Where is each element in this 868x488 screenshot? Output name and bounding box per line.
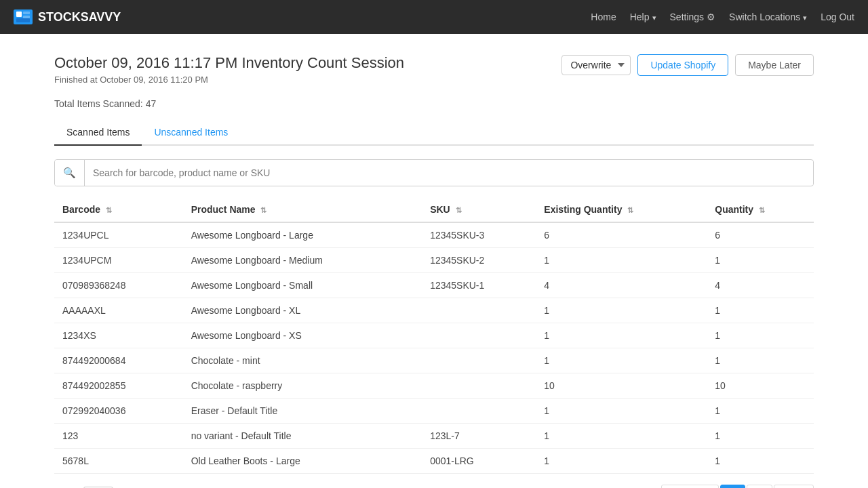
cell-quantity: 1 <box>707 298 814 323</box>
sort-product-name-icon: ⇅ <box>260 206 267 215</box>
tab-unscanned-items[interactable]: Unscanned Items <box>142 120 240 146</box>
sort-existing-qty-icon: ⇅ <box>627 206 633 215</box>
table-row: 072992040036Eraser - Default Title11 <box>54 399 814 424</box>
cell-barcode: 123 <box>54 424 183 449</box>
search-icon: 🔍 <box>63 167 76 178</box>
scanned-items-table: Barcode ⇅ Product Name ⇅ SKU ⇅ Existing … <box>54 197 814 474</box>
help-caret <box>652 12 656 22</box>
sort-quantity-icon: ⇅ <box>759 206 765 215</box>
cell-product_name: Chocolate - mint <box>183 348 422 373</box>
cell-existing_qty: 1 <box>536 424 707 449</box>
svg-rect-2 <box>23 16 30 18</box>
table-body: 1234UPCLAwesome Longboard - Large12345SK… <box>54 222 814 474</box>
update-shopify-button[interactable]: Update Shopify <box>637 54 728 76</box>
cell-product_name: Awesome Longboard - Large <box>183 222 422 248</box>
svg-rect-3 <box>16 18 30 22</box>
cell-sku <box>422 348 536 373</box>
cell-product_name: Awesome Longboard - XL <box>183 298 422 323</box>
cell-barcode: 1234UPCM <box>54 248 183 273</box>
nav-settings[interactable]: Settings <box>670 12 716 22</box>
nav-logout[interactable]: Log Out <box>821 12 854 22</box>
page-1-button[interactable]: 1 <box>720 485 746 488</box>
header-actions: Overwrite Merge Update Shopify Maybe Lat… <box>561 54 814 76</box>
cell-quantity: 10 <box>707 373 814 399</box>
cell-existing_qty: 4 <box>536 273 707 298</box>
page-header: October 09, 2016 11:17 PM Inventory Coun… <box>54 54 814 85</box>
search-input[interactable] <box>85 161 813 185</box>
tab-scanned-items[interactable]: Scanned Items <box>54 120 142 146</box>
table-row: 874492000684Chocolate - mint11 <box>54 348 814 373</box>
cell-quantity: 1 <box>707 449 814 474</box>
cell-barcode: 070989368248 <box>54 273 183 298</box>
table-row: AAAAAXLAwesome Longboard - XL11 <box>54 298 814 323</box>
cell-sku: 12345SKU-1 <box>422 273 536 298</box>
nav-switch-locations[interactable]: Switch Locations <box>729 12 807 22</box>
table-row: 1234XSAwesome Longboard - XS11 <box>54 323 814 348</box>
table-row: 070989368248Awesome Longboard - Small123… <box>54 273 814 298</box>
col-sku[interactable]: SKU ⇅ <box>422 197 536 222</box>
cell-quantity: 1 <box>707 348 814 373</box>
cell-quantity: 1 <box>707 424 814 449</box>
cell-quantity: 1 <box>707 248 814 273</box>
cell-sku: 123L-7 <box>422 424 536 449</box>
cell-sku: 0001-LRG <box>422 449 536 474</box>
page-2-button[interactable]: 2 <box>747 485 772 488</box>
navbar: STOCKSAVVY Home Help Settings Switch Loc… <box>0 0 868 34</box>
cell-barcode: 1234XS <box>54 323 183 348</box>
previous-button[interactable]: Previous <box>661 485 718 488</box>
table-row: 1234UPCMAwesome Longboard - Medium12345S… <box>54 248 814 273</box>
svg-rect-1 <box>23 12 30 14</box>
page-title-block: October 09, 2016 11:17 PM Inventory Coun… <box>54 54 404 85</box>
stats-line: Total Items Scanned: 47 <box>54 98 814 109</box>
page-title: October 09, 2016 11:17 PM Inventory Coun… <box>54 54 404 72</box>
cell-product_name: Old Leather Boots - Large <box>183 449 422 474</box>
cell-barcode: 072992040036 <box>54 399 183 424</box>
nav-help[interactable]: Help <box>630 12 656 22</box>
col-barcode[interactable]: Barcode ⇅ <box>54 197 183 222</box>
cell-quantity: 4 <box>707 273 814 298</box>
total-items-label: Total Items Scanned: <box>54 98 143 109</box>
brand-name: STOCKSAVVY <box>38 10 121 24</box>
col-quantity[interactable]: Quantity ⇅ <box>707 197 814 222</box>
gear-icon <box>707 12 715 22</box>
main-content: October 09, 2016 11:17 PM Inventory Coun… <box>0 34 868 488</box>
cell-sku <box>422 399 536 424</box>
cell-existing_qty: 1 <box>536 399 707 424</box>
cell-sku <box>422 323 536 348</box>
cell-barcode: 874492000684 <box>54 348 183 373</box>
brand-icon <box>14 9 33 24</box>
cell-existing_qty: 1 <box>536 449 707 474</box>
col-product-name[interactable]: Product Name ⇅ <box>183 197 422 222</box>
overwrite-select[interactable]: Overwrite Merge <box>561 55 631 75</box>
cell-barcode: 1234UPCL <box>54 222 183 248</box>
table-row: 5678LOld Leather Boots - Large0001-LRG11 <box>54 449 814 474</box>
nav-home[interactable]: Home <box>591 12 616 22</box>
table-row: 123no variant - Default Title123L-711 <box>54 424 814 449</box>
brand-logo[interactable]: STOCKSAVVY <box>14 9 121 24</box>
search-button[interactable]: 🔍 <box>55 160 85 186</box>
table-row: 1234UPCLAwesome Longboard - Large12345SK… <box>54 222 814 248</box>
cell-barcode: 5678L <box>54 449 183 474</box>
cell-product_name: no variant - Default Title <box>183 424 422 449</box>
pagination: Previous 1 2 Next <box>661 485 814 488</box>
table-row: 874492002855Chocolate - raspberry1010 <box>54 373 814 399</box>
cell-existing_qty: 1 <box>536 348 707 373</box>
search-bar: 🔍 <box>54 159 814 186</box>
svg-rect-0 <box>16 12 22 17</box>
cell-existing_qty: 1 <box>536 323 707 348</box>
cell-quantity: 1 <box>707 323 814 348</box>
cell-quantity: 1 <box>707 399 814 424</box>
next-button[interactable]: Next <box>774 485 814 488</box>
col-existing-qty[interactable]: Existing Quantity ⇅ <box>536 197 707 222</box>
cell-existing_qty: 1 <box>536 298 707 323</box>
cell-product_name: Eraser - Default Title <box>183 399 422 424</box>
cell-sku <box>422 298 536 323</box>
cell-sku <box>422 373 536 399</box>
tabs-bar: Scanned Items Unscanned Items <box>54 120 814 146</box>
total-items-value: 47 <box>146 98 157 109</box>
cell-product_name: Awesome Longboard - XS <box>183 323 422 348</box>
cell-product_name: Awesome Longboard - Small <box>183 273 422 298</box>
cell-existing_qty: 1 <box>536 248 707 273</box>
sort-sku-icon: ⇅ <box>456 206 462 215</box>
maybe-later-button[interactable]: Maybe Later <box>735 54 814 76</box>
